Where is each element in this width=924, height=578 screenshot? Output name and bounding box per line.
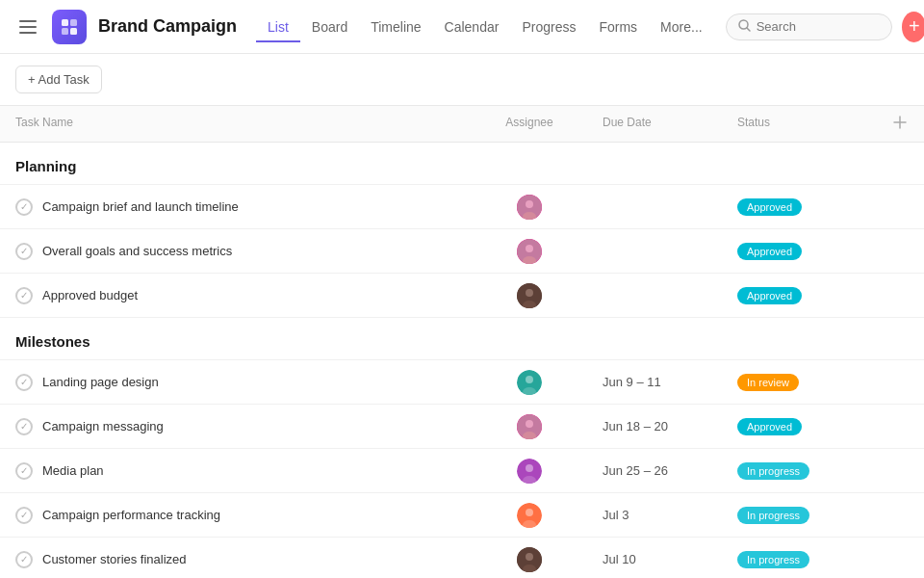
section-header-planning: Planning xyxy=(0,143,924,185)
row-add[interactable] xyxy=(876,463,924,479)
tab-calendar[interactable]: Calendar xyxy=(433,13,511,42)
row-add[interactable] xyxy=(876,552,924,567)
task-name-cell: Overall goals and success metrics xyxy=(0,235,472,268)
svg-rect-3 xyxy=(70,28,77,35)
task-name: Campaign messaging xyxy=(42,419,164,434)
table-row: Campaign performance tracking Jul 3 In p… xyxy=(0,493,924,538)
hamburger-icon xyxy=(19,20,37,34)
status-cell: In review xyxy=(722,366,876,399)
assignee-cell xyxy=(472,539,587,579)
svg-rect-0 xyxy=(62,19,68,26)
add-task-button[interactable]: + Add Task xyxy=(15,66,102,93)
task-check[interactable] xyxy=(15,507,33,524)
status-badge: Approved xyxy=(737,243,802,260)
tab-progress[interactable]: Progress xyxy=(510,13,587,42)
add-button[interactable]: + xyxy=(902,12,924,42)
task-check[interactable] xyxy=(15,418,33,435)
due-date-cell xyxy=(587,244,722,259)
search-input[interactable] xyxy=(757,19,881,34)
app-icon xyxy=(52,10,87,44)
status-cell: Approved xyxy=(722,410,876,443)
table-row: Customer stories finalized Jul 10 In pro… xyxy=(0,538,924,578)
task-name: Media plan xyxy=(42,463,104,478)
svg-point-21 xyxy=(526,376,533,383)
assignee-cell xyxy=(472,407,587,447)
status-badge: In progress xyxy=(737,507,809,524)
status-badge: Approved xyxy=(737,198,802,216)
status-badge: Approved xyxy=(737,287,802,304)
svg-point-27 xyxy=(526,464,533,472)
task-name-cell: Campaign performance tracking xyxy=(0,499,472,532)
avatar xyxy=(517,239,542,264)
svg-rect-1 xyxy=(70,19,77,26)
table-row: Campaign messaging Jun 18 – 20 Approved xyxy=(0,405,924,449)
col-add[interactable] xyxy=(876,106,924,142)
task-check[interactable] xyxy=(15,243,33,260)
table-row: Media plan Jun 25 – 26 In progress xyxy=(0,449,924,493)
toolbar: + Add Task xyxy=(0,54,924,106)
tab-timeline[interactable]: Timeline xyxy=(359,13,432,42)
task-name-cell: Media plan xyxy=(0,455,472,487)
avatar xyxy=(517,370,542,395)
table-header: Task name Assignee Due date Status xyxy=(0,106,924,143)
task-check[interactable] xyxy=(15,198,33,216)
task-name-cell: Campaign brief and launch timeline xyxy=(0,191,472,223)
tab-board[interactable]: Board xyxy=(300,13,359,42)
col-task-name: Task name xyxy=(0,106,472,142)
table-row: Campaign brief and launch timeline Appro… xyxy=(0,185,924,229)
section-milestones: Milestones Landing page design Jun 9 – 1… xyxy=(0,318,924,578)
due-date-cell: Jul 10 xyxy=(587,544,722,574)
search-box[interactable] xyxy=(726,13,893,40)
status-cell: Approved xyxy=(722,235,876,268)
status-cell: In progress xyxy=(722,543,876,576)
task-name-cell: Campaign messaging xyxy=(0,410,472,443)
row-add[interactable] xyxy=(876,375,924,390)
avatar xyxy=(517,503,542,528)
section-title-milestones: Milestones xyxy=(0,318,472,359)
svg-point-18 xyxy=(526,289,533,297)
add-task-label: + Add Task xyxy=(28,72,90,87)
due-date-cell: Jul 3 xyxy=(587,500,722,530)
task-check[interactable] xyxy=(15,287,33,304)
row-add[interactable] xyxy=(876,244,924,259)
avatar xyxy=(517,283,542,308)
section-planning: Planning Campaign brief and launch timel… xyxy=(0,143,924,318)
search-icon xyxy=(738,19,751,35)
avatar xyxy=(517,547,542,572)
status-cell: In progress xyxy=(722,455,876,487)
menu-button[interactable] xyxy=(15,16,40,38)
avatar xyxy=(517,459,542,484)
due-date-cell: Jun 25 – 26 xyxy=(587,456,722,486)
status-cell: Approved xyxy=(722,191,876,223)
avatar xyxy=(517,414,542,439)
task-check[interactable] xyxy=(15,551,33,568)
col-assignee: Assignee xyxy=(472,106,587,142)
task-name-cell: Customer stories finalized xyxy=(0,543,472,576)
row-add[interactable] xyxy=(876,419,924,434)
task-name: Customer stories finalized xyxy=(42,552,187,566)
svg-point-30 xyxy=(526,509,533,516)
table-row: Approved budget Approved xyxy=(0,274,924,318)
tab-more[interactable]: More... xyxy=(649,13,714,42)
row-add[interactable] xyxy=(876,288,924,303)
task-check[interactable] xyxy=(15,374,33,391)
assignee-cell xyxy=(472,187,587,227)
avatar xyxy=(517,195,542,220)
row-add[interactable] xyxy=(876,199,924,215)
tab-list[interactable]: List xyxy=(256,13,300,42)
status-badge: Approved xyxy=(737,418,802,435)
table-row: Landing page design Jun 9 – 11 In review xyxy=(0,360,924,405)
task-name: Landing page design xyxy=(42,375,159,389)
task-name-cell: Landing page design xyxy=(0,366,472,399)
assignee-cell xyxy=(472,451,587,491)
row-add[interactable] xyxy=(876,508,924,523)
table-row: Overall goals and success metrics Approv… xyxy=(0,229,924,274)
task-name: Overall goals and success metrics xyxy=(42,244,232,258)
task-name: Campaign brief and launch timeline xyxy=(42,199,239,214)
section-title-planning: Planning xyxy=(0,143,472,184)
tab-forms[interactable]: Forms xyxy=(587,13,649,42)
status-badge: In progress xyxy=(737,462,809,480)
task-name-cell: Approved budget xyxy=(0,279,472,312)
assignee-cell xyxy=(472,362,587,403)
task-check[interactable] xyxy=(15,462,33,480)
